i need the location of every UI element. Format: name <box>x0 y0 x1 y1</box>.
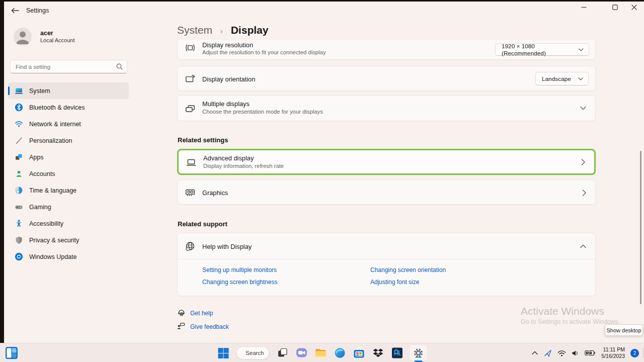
multiple-displays-row[interactable]: Multiple displays Choose the presentatio… <box>177 95 596 121</box>
orientation-value: Landscape <box>542 75 571 82</box>
show-desktop-edge[interactable] <box>643 348 643 358</box>
sidebar-item-label: Accessibility <box>29 220 63 227</box>
sidebar-item-label: Personalization <box>29 137 72 144</box>
advanced-display-row[interactable]: Advanced display Display information, re… <box>177 149 596 175</box>
taskbar-search[interactable]: Search <box>236 346 270 359</box>
taskbar-search-label: Search <box>246 350 264 356</box>
row-title: Display orientation <box>202 75 255 83</box>
display-orientation-row[interactable]: Display orientation Landscape <box>177 66 596 91</box>
sidebar-item-label: Network & internet <box>29 121 81 128</box>
person-icon <box>15 169 23 178</box>
dropbox-icon <box>372 347 384 359</box>
dropbox-app-icon[interactable] <box>372 347 384 359</box>
windows-logo-icon <box>218 347 229 359</box>
sidebar-item-accounts[interactable]: Accounts <box>8 165 129 182</box>
chevron-right-icon <box>581 159 585 165</box>
chevron-up-icon[interactable] <box>580 244 586 248</box>
chevron-down-icon <box>579 48 584 51</box>
sidebar-item-label: Gaming <box>29 204 51 211</box>
graphics-row[interactable]: Graphics <box>177 179 596 205</box>
search-icon <box>242 350 243 356</box>
help-link-multiple-monitors[interactable]: Setting up multiple monitors <box>202 266 370 274</box>
sidebar-item-gaming[interactable]: Gaming <box>8 199 129 215</box>
video-chat-icon <box>295 347 307 359</box>
tray-time: 11:11 PM <box>601 346 625 353</box>
sidebar-item-personalization[interactable]: Personalization <box>8 132 129 149</box>
settings-app-taskbar-button[interactable] <box>410 345 427 360</box>
dark-app-icon[interactable] <box>391 347 404 359</box>
task-view-icon <box>277 347 288 358</box>
volume-icon[interactable] <box>572 350 579 356</box>
dark-app-glyph-icon <box>391 347 403 359</box>
battery-charging-icon[interactable] <box>585 349 596 356</box>
sidebar-item-network-internet[interactable]: Network & internet <box>8 116 129 132</box>
avatar[interactable] <box>14 28 32 46</box>
resolution-icon <box>185 42 196 53</box>
sidebar-item-bluetooth-devices[interactable]: Bluetooth & devices <box>8 99 129 116</box>
account-type: Local Account <box>40 37 75 43</box>
scrollbar-thumb[interactable] <box>640 151 641 304</box>
clock[interactable]: 11:11 PM 5/16/2023 <box>601 346 625 359</box>
chevron-down-icon <box>578 77 583 80</box>
edge-browser-icon[interactable] <box>334 347 346 359</box>
store-app-icon[interactable] <box>353 347 365 359</box>
get-help-link[interactable]: Get help <box>190 310 213 317</box>
row-title: Graphics <box>202 189 228 197</box>
breadcrumb-parent[interactable]: System <box>177 24 212 36</box>
system-icon <box>15 86 23 95</box>
bluetooth-icon <box>15 103 23 112</box>
sidebar-item-apps[interactable]: Apps <box>8 149 129 165</box>
get-help-icon: Q <box>177 308 186 317</box>
close-button[interactable] <box>623 0 644 15</box>
search-input[interactable] <box>16 64 116 70</box>
sidebar-item-label: Windows Update <box>29 253 77 260</box>
chat-app-icon[interactable] <box>295 347 308 359</box>
start-button[interactable] <box>217 347 230 359</box>
help-row-title[interactable]: Help with Display <box>202 243 252 250</box>
minimize-icon <box>581 5 587 10</box>
help-links: Setting up multiple monitors Changing sc… <box>202 266 446 286</box>
maximize-icon <box>612 5 618 10</box>
task-view-button[interactable] <box>276 347 289 359</box>
activate-windows-watermark: Activate Windows <box>521 305 604 317</box>
sidebar-item-time-language[interactable]: Time & language <box>8 182 129 199</box>
row-title: Advanced display <box>203 154 254 162</box>
sidebar-item-label: System <box>29 87 50 95</box>
apps-icon <box>15 153 23 161</box>
sidebar-item-privacy-security[interactable]: Privacy & security <box>8 232 129 248</box>
widgets-icon[interactable] <box>5 346 18 359</box>
sidebar-item-windows-update[interactable]: Windows Update <box>8 248 129 265</box>
file-explorer-icon[interactable] <box>314 347 327 359</box>
help-link-screen-orientation[interactable]: Changing screen orientation <box>370 266 446 274</box>
divider <box>178 259 595 259</box>
tray-date: 5/16/2023 <box>601 353 625 359</box>
row-title: Display resolution <box>202 41 253 49</box>
location-arrow-icon[interactable] <box>543 349 552 357</box>
minimize-button[interactable] <box>573 0 595 15</box>
sidebar-item-system[interactable]: System <box>8 82 129 99</box>
settings-search[interactable] <box>10 60 127 73</box>
help-globe-icon: ? <box>185 241 196 252</box>
account-name: acer <box>40 30 53 37</box>
user-icon <box>14 28 32 46</box>
row-subtitle: Choose the presentation mode for your di… <box>202 109 323 115</box>
help-link-screen-brightness[interactable]: Changing screen brightness <box>202 279 370 286</box>
sidebar-item-accessibility[interactable]: Accessibility <box>8 215 129 232</box>
back-button[interactable] <box>8 5 22 16</box>
folder-icon <box>314 347 327 359</box>
edge-icon <box>334 347 346 359</box>
orientation-dropdown[interactable]: Landscape <box>535 72 589 85</box>
hidden-icons-chevron-icon[interactable] <box>532 351 538 355</box>
notification-badge[interactable]: 2 <box>630 349 639 357</box>
shield-icon <box>15 236 23 244</box>
row-subtitle: Display information, refresh rate <box>203 163 284 169</box>
give-feedback-link[interactable]: Give feedback <box>190 323 229 330</box>
help-link-font-size[interactable]: Adjusting font size <box>370 279 446 286</box>
sidebar-item-label: Accounts <box>29 170 55 177</box>
sidebar-item-label: Apps <box>29 154 44 161</box>
resolution-dropdown[interactable]: 1920 × 1080 (Recommended) <box>495 43 589 56</box>
wifi-status-icon[interactable] <box>557 350 566 356</box>
window-title: Settings <box>26 7 49 14</box>
chevron-down-icon[interactable] <box>580 106 586 110</box>
display-resolution-row[interactable]: Display resolution Adjust the resolution… <box>177 40 596 60</box>
